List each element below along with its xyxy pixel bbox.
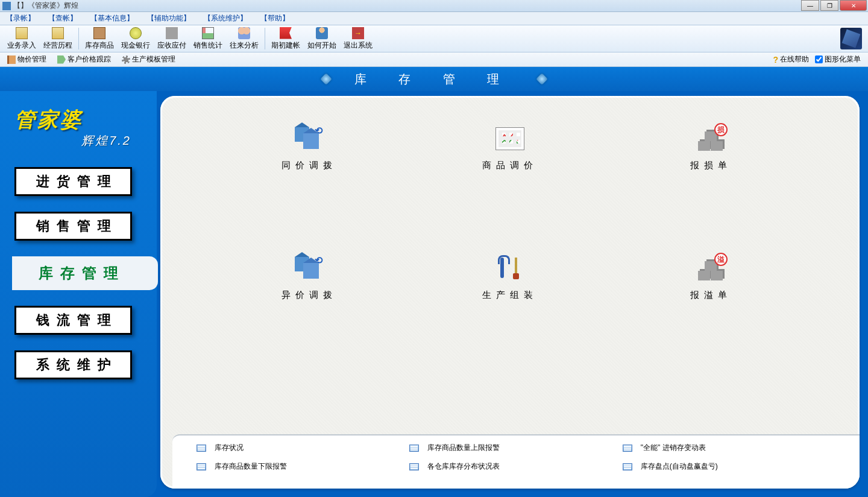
- action-diff-price-transfer[interactable]: ⟲ 异价调拨: [209, 256, 409, 301]
- page-header: 库 存 管 理: [0, 67, 868, 91]
- overflow-icon: 溢: [694, 256, 728, 281]
- page-title: 库 存 管 理: [354, 71, 514, 87]
- main-area: 库 存 管 理 管家婆 辉煌7.2 进货管理 销售管理 库存管理 钱流管理 系统…: [0, 67, 868, 497]
- table-icon: [197, 445, 206, 452]
- close-button[interactable]: ✕: [840, 0, 867, 11]
- tb-initial[interactable]: 期初建帐: [268, 26, 304, 52]
- tb-exit[interactable]: 退出系统: [340, 26, 376, 52]
- flag-icon: [280, 27, 292, 39]
- sidebar-item-purchase[interactable]: 进货管理: [14, 167, 132, 196]
- sidebar-item-money[interactable]: 钱流管理: [14, 306, 132, 335]
- menu-help[interactable]: 【帮助】: [260, 13, 289, 24]
- secondary-toolbar: 物价管理 客户价格跟踪 生产模板管理 ?在线帮助 图形化菜单: [0, 52, 868, 67]
- content-row: 管家婆 辉煌7.2 进货管理 销售管理 库存管理 钱流管理 系统维护 ⟲ 同价调…: [0, 91, 868, 497]
- menu-aux[interactable]: 【辅助功能】: [147, 13, 190, 24]
- link-warehouse-distribution[interactable]: 各仓库库存分布状况表: [409, 461, 622, 472]
- sidebar-item-system[interactable]: 系统维护: [14, 350, 132, 379]
- tools-icon: [493, 256, 527, 281]
- price-chart-icon: [493, 126, 527, 151]
- menubar: 【录帐】 【查帐】 【基本信息】 【辅助功能】 【系统维护】 【帮助】: [0, 12, 868, 25]
- people-icon: [238, 27, 250, 39]
- doc-icon: [16, 27, 28, 39]
- tb-contacts[interactable]: 往来分析: [226, 26, 262, 52]
- diamond-icon: [320, 73, 332, 85]
- book-icon: [7, 55, 16, 64]
- app-icon: [2, 2, 11, 10]
- tb-business-entry[interactable]: 业务录入: [4, 26, 40, 52]
- table-icon: [197, 463, 206, 470]
- graphic-menu-checkbox[interactable]: 图形化菜单: [815, 54, 861, 65]
- link-upper-limit-alarm[interactable]: 库存商品数量上限报警: [409, 443, 622, 453]
- link-full-flow-report[interactable]: "全能" 进销存变动表: [623, 443, 835, 453]
- tb-inventory[interactable]: 库存商品: [81, 26, 118, 52]
- minimize-button[interactable]: —: [801, 0, 819, 11]
- scale-icon: [166, 27, 178, 39]
- tag-icon: [57, 55, 66, 64]
- maximize-button[interactable]: ❐: [820, 0, 838, 11]
- diamond-icon: [536, 73, 548, 85]
- separator: [78, 28, 79, 49]
- tb-howto[interactable]: 如何开始: [304, 26, 340, 52]
- action-loss-report[interactable]: 损 报损单: [611, 126, 811, 171]
- tb-cash[interactable]: 现金银行: [118, 26, 154, 52]
- link-inventory-check[interactable]: 库存盘点(自动盘赢盘亏): [623, 461, 835, 472]
- action-production-assembly[interactable]: 生产组装: [409, 256, 610, 301]
- titlebar: 【】《管家婆》辉煌 — ❐ ✕: [0, 0, 868, 12]
- warehouse-transfer-icon: ⟲: [292, 256, 326, 281]
- tb2-customer-price[interactable]: 客户价格跟踪: [54, 53, 115, 66]
- table-icon: [409, 445, 419, 452]
- icon-grid: ⟲ 同价调拨 商品调价 损 报损单 ⟲ 异价调拨 生产组装: [209, 126, 811, 301]
- chart-icon: [202, 27, 214, 39]
- link-lower-limit-alarm[interactable]: 库存商品数量下限报警: [197, 461, 409, 472]
- sidebar: 管家婆 辉煌7.2 进货管理 销售管理 库存管理 钱流管理 系统维护: [0, 91, 157, 497]
- tb2-template[interactable]: 生产模板管理: [118, 53, 179, 66]
- link-inventory-status[interactable]: 库存状况: [197, 443, 409, 453]
- warehouse-transfer-icon: ⟲: [292, 126, 326, 151]
- main-panel: ⟲ 同价调拨 商品调价 损 报损单 ⟲ 异价调拨 生产组装: [160, 96, 860, 489]
- exit-icon: [352, 27, 364, 39]
- table-icon: [623, 463, 632, 470]
- brand-sub: 辉煌7.2: [14, 133, 149, 149]
- action-overflow-report[interactable]: 溢 报溢单: [611, 256, 811, 301]
- box-icon: [93, 27, 105, 39]
- brand: 管家婆 辉煌7.2: [14, 103, 149, 151]
- question-icon: ?: [773, 55, 778, 65]
- online-help-link[interactable]: ?在线帮助: [773, 54, 809, 65]
- menu-basic[interactable]: 【基本信息】: [90, 13, 134, 24]
- window-controls: — ❐ ✕: [800, 0, 867, 11]
- table-icon: [409, 463, 419, 470]
- doc-icon: [52, 27, 64, 39]
- separator: [265, 28, 265, 49]
- tb-sales-stats[interactable]: 销售统计: [190, 26, 226, 52]
- money-icon: [130, 27, 142, 39]
- window-title: 【】《管家婆》辉煌: [13, 1, 78, 11]
- bottom-links-panel: 库存状况 库存商品数量下限报警 库存商品数量上限报警 各仓库库存分布状况表 "全…: [172, 434, 860, 489]
- sidebar-item-inventory[interactable]: 库存管理: [12, 256, 145, 290]
- tb-history[interactable]: 经营历程: [40, 26, 76, 52]
- tb2-price-mgmt[interactable]: 物价管理: [4, 53, 50, 66]
- person-icon: [316, 27, 328, 39]
- toolbar-logo: [840, 28, 862, 49]
- menu-query[interactable]: 【查帐】: [48, 13, 77, 24]
- sidebar-item-sales[interactable]: 销售管理: [14, 212, 132, 241]
- action-price-adjust[interactable]: 商品调价: [409, 126, 610, 171]
- loss-icon: 损: [694, 126, 728, 151]
- gear-icon: [122, 55, 130, 64]
- table-icon: [623, 445, 632, 452]
- tb-receivable[interactable]: 应收应付: [154, 26, 190, 52]
- main-toolbar: 业务录入 经营历程 库存商品 现金银行 应收应付 销售统计 往来分析 期初建帐 …: [0, 25, 868, 52]
- action-same-price-transfer[interactable]: ⟲ 同价调拨: [209, 126, 409, 171]
- menu-system[interactable]: 【系统维护】: [204, 13, 247, 24]
- menu-record[interactable]: 【录帐】: [6, 13, 35, 24]
- brand-main: 管家婆: [14, 106, 149, 134]
